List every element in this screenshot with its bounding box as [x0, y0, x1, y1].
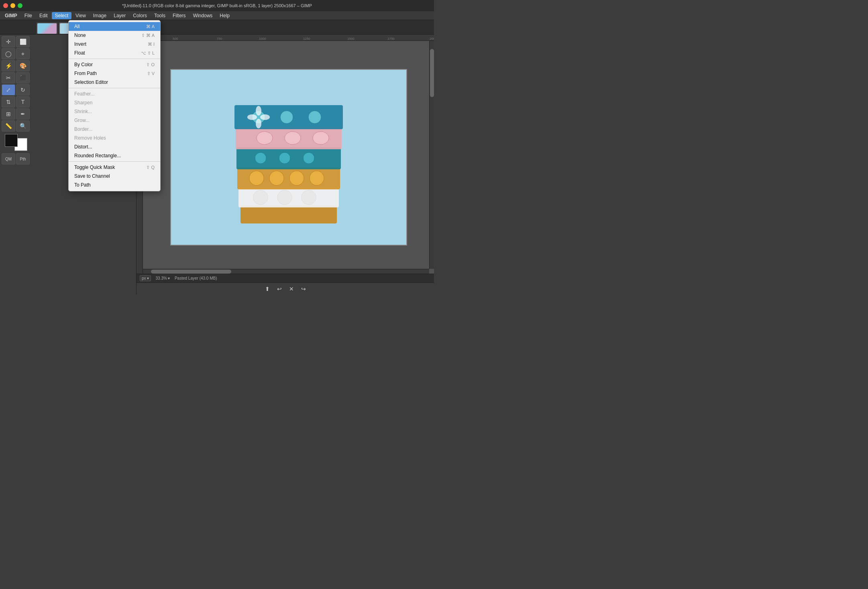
cancel-icon[interactable]: ✕	[287, 284, 296, 293]
window-controls	[3, 3, 22, 8]
svg-point-21	[280, 111, 293, 124]
menu-item-by-color-shortcut: ⇧ O	[146, 62, 155, 67]
toolbar: ✛ ⬜ ◯ ⌖ ⚡ 🎨 ✂ ⬛ ⤢ ↻	[0, 35, 32, 166]
foreground-color-swatch[interactable]	[5, 134, 18, 147]
menu-select[interactable]: Select	[52, 12, 71, 19]
gimp-logo: GIMP	[2, 12, 20, 19]
menu-item-remove-holes: Remove Holes	[69, 134, 160, 142]
menu-item-by-color[interactable]: By Color ⇧ O	[69, 60, 160, 69]
zoom-arrow: ▾	[168, 276, 170, 280]
ruler-tick-2000: 2000	[430, 37, 434, 41]
undo-icon[interactable]: ↩	[275, 284, 284, 293]
canvas-content[interactable]	[143, 41, 434, 274]
menu-item-none[interactable]: None ⇧ ⌘ A	[69, 31, 160, 40]
menu-colors[interactable]: Colors	[130, 12, 150, 19]
tool-scissors[interactable]: ✂	[2, 72, 15, 83]
tool-move[interactable]: ✛	[2, 36, 15, 47]
tool-by-color[interactable]: 🎨	[16, 60, 30, 71]
tool-fuzzy-select[interactable]: ⚡	[2, 60, 15, 71]
menu-separator-3	[69, 161, 160, 162]
menu-item-grow-label: Grow...	[74, 118, 155, 123]
menu-item-by-color-label: By Color	[74, 62, 140, 67]
scrollbar-right[interactable]	[429, 41, 434, 269]
menu-item-save-to-channel[interactable]: Save to Channel	[69, 172, 160, 181]
close-button[interactable]	[3, 3, 8, 8]
menu-windows[interactable]: Windows	[190, 12, 216, 19]
tool-row-6: ⇅ T	[2, 96, 31, 108]
unit-select[interactable]: px ▾	[140, 275, 151, 281]
canvas-area[interactable]: 100 200 300 400 500 600 700 800 900 1000	[137, 41, 434, 274]
tool-free-select[interactable]: ⌖	[16, 48, 30, 59]
menu-filters[interactable]: Filters	[169, 12, 189, 19]
zoom-control[interactable]: 33.3% ▾	[156, 276, 170, 280]
menu-item-from-path-shortcut: ⇧ V	[147, 71, 155, 76]
menu-item-float[interactable]: Float ⌥ ⇧ L	[69, 49, 160, 57]
menu-layer[interactable]: Layer	[110, 12, 129, 19]
layer-info: Pasted Layer (43.0 MB)	[175, 276, 217, 280]
tool-magnify[interactable]: 🔍	[16, 120, 30, 132]
tool-paths-view[interactable]: Pth	[16, 153, 30, 165]
svg-point-18	[313, 132, 329, 144]
redo-icon[interactable]: ↪	[299, 284, 308, 293]
canvas-image[interactable]	[170, 69, 407, 246]
svg-point-4	[277, 190, 292, 205]
select-menu-dropdown: All ⌘ A None ⇧ ⌘ A Invert ⌘ I Float ⌥ ⇧ …	[68, 20, 161, 191]
tool-scale[interactable]: ⤢	[2, 84, 15, 95]
menu-item-shrink: Shrink...	[69, 107, 160, 116]
tool-text[interactable]: T	[16, 96, 30, 108]
menu-help[interactable]: Help	[216, 12, 233, 19]
svg-point-7	[249, 171, 264, 185]
ruler-tick-1500: 1500	[347, 37, 355, 41]
menu-item-toggle-quick-mask[interactable]: Toggle Quick Mask ⇧ Q	[69, 163, 160, 172]
menu-item-border-label: Border...	[74, 126, 155, 132]
tool-rect-select[interactable]: ⬜	[16, 36, 30, 47]
export-icon[interactable]: ⬆	[263, 284, 272, 293]
tabs-bar: ✕	[0, 20, 434, 35]
tab-thumb-1	[37, 23, 57, 34]
tool-flip[interactable]: ⇅	[2, 96, 15, 108]
tab-1[interactable]	[36, 22, 58, 34]
scroll-thumb-horizontal[interactable]	[151, 270, 231, 274]
svg-rect-0	[240, 205, 337, 223]
menu-item-sharpen: Sharpen	[69, 98, 160, 107]
menu-item-distort[interactable]: Distort...	[69, 142, 160, 151]
scroll-thumb-vertical[interactable]	[430, 49, 434, 97]
menu-item-from-path[interactable]: From Path ⇧ V	[69, 69, 160, 78]
menu-separator-2	[69, 88, 160, 88]
tool-path[interactable]: ✒	[16, 108, 30, 120]
tool-ellipse-select[interactable]: ◯	[2, 48, 15, 59]
menu-item-distort-label: Distort...	[74, 144, 155, 150]
tool-row-4: ✂ ⬛	[2, 72, 31, 83]
scrollbar-bottom[interactable]	[143, 269, 429, 274]
menu-item-invert[interactable]: Invert ⌘ I	[69, 40, 160, 49]
unit-value: px	[142, 276, 146, 280]
menu-item-rounded-rect[interactable]: Rounded Rectangle...	[69, 151, 160, 160]
tool-quick-mask[interactable]: QM	[2, 153, 15, 165]
color-swatches[interactable]	[5, 134, 27, 151]
menu-item-none-shortcut: ⇧ ⌘ A	[141, 33, 155, 38]
menu-item-toggle-quick-mask-label: Toggle Quick Mask	[74, 165, 140, 170]
menu-item-to-path[interactable]: To Path	[69, 181, 160, 189]
titlebar: *[Untitled]-11.0 (RGB color 8-bit gamma …	[0, 0, 434, 11]
menu-item-selection-editor[interactable]: Selection Editor	[69, 78, 160, 87]
tool-measure[interactable]: 📏	[2, 120, 15, 132]
svg-point-13	[279, 152, 290, 164]
menu-item-all-label: All	[74, 24, 140, 29]
menu-item-none-label: None	[74, 32, 135, 38]
tool-foreground-select[interactable]: ⬛	[16, 72, 30, 83]
tool-align[interactable]: ⊞	[2, 108, 15, 120]
menu-image[interactable]: Image	[90, 12, 110, 19]
zoom-value: 33.3%	[156, 276, 167, 280]
menu-view[interactable]: View	[72, 12, 89, 19]
menu-item-to-path-label: To Path	[74, 182, 155, 188]
menu-file[interactable]: File	[21, 12, 35, 19]
tool-rotate[interactable]: ↻	[16, 84, 30, 95]
menu-tools[interactable]: Tools	[151, 12, 169, 19]
menu-item-all[interactable]: All ⌘ A	[69, 22, 160, 31]
tool-row-8: 📏 🔍	[2, 120, 31, 132]
maximize-button[interactable]	[18, 3, 22, 8]
menu-item-from-path-label: From Path	[74, 71, 141, 76]
menu-edit[interactable]: Edit	[36, 12, 51, 19]
minimize-button[interactable]	[10, 3, 15, 8]
statusbar: px ▾ 33.3% ▾ Pasted Layer (43.0 MB)	[137, 274, 434, 282]
